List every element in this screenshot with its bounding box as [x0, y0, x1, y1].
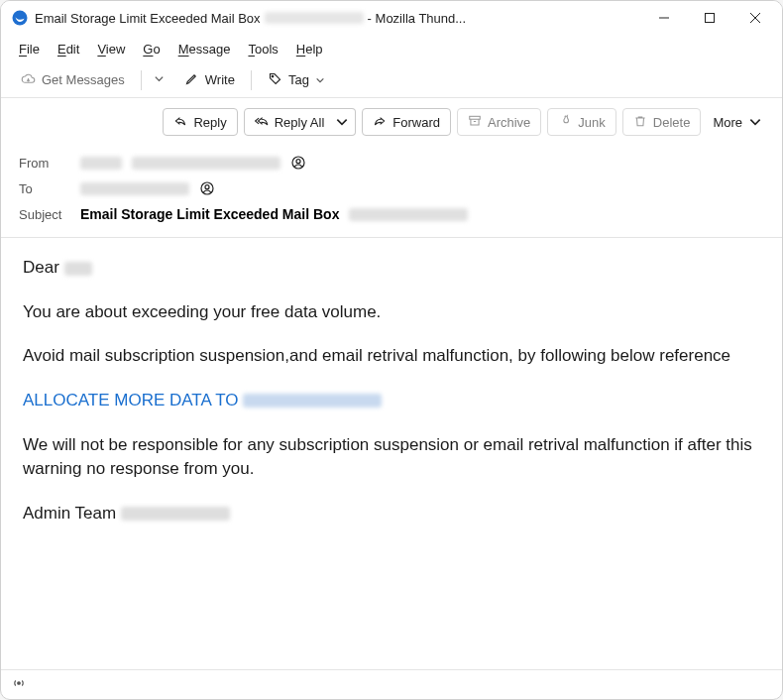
subject-redacted: [349, 208, 468, 221]
header-to-row: To: [19, 175, 764, 201]
svg-point-12: [18, 682, 21, 685]
body-greeting: Dear: [23, 256, 760, 281]
forward-button[interactable]: Forward: [362, 108, 451, 136]
get-messages-button[interactable]: Get Messages: [11, 66, 135, 94]
app-window: Email Storage Limit Exceeded Mail Box - …: [0, 0, 783, 700]
message-action-bar: Reply Reply All Forward Archive Junk Del…: [1, 98, 782, 146]
toolbar-separator: [251, 70, 252, 90]
pencil-icon: [184, 71, 199, 89]
signoff-redacted: [121, 507, 230, 521]
delete-label: Delete: [653, 115, 691, 130]
body-line3: We will not be responsible for any subsc…: [23, 433, 760, 482]
more-label: More: [713, 115, 742, 130]
menubar: File Edit View Go Message Tools Help: [1, 35, 782, 62]
archive-label: Archive: [488, 115, 530, 130]
subject-value: Email Storage Limit Exceeded Mail Box: [80, 206, 339, 222]
header-from-row: From: [19, 150, 764, 175]
allocate-data-link[interactable]: ALLOCATE MORE DATA TO: [23, 391, 239, 409]
forward-icon: [373, 114, 387, 131]
statusbar: [1, 669, 782, 699]
trash-icon: [633, 114, 647, 131]
archive-button[interactable]: Archive: [457, 108, 541, 136]
body-line2: Avoid mail subscription suspension,and e…: [23, 344, 760, 369]
header-subject-row: Subject Email Storage Limit Exceeded Mai…: [19, 201, 764, 227]
junk-label: Junk: [578, 115, 605, 130]
to-address-redacted: [80, 182, 189, 195]
link-target-redacted: [243, 394, 382, 408]
from-address-redacted: [132, 157, 280, 170]
svg-rect-2: [706, 14, 715, 23]
reply-label: Reply: [193, 115, 226, 130]
contact-icon[interactable]: [199, 180, 215, 196]
tag-button[interactable]: Tag: [258, 66, 335, 94]
get-messages-label: Get Messages: [42, 72, 125, 87]
menu-view[interactable]: View: [89, 40, 133, 58]
cloud-download-icon: [21, 71, 36, 89]
reply-all-label: Reply All: [275, 115, 325, 130]
greeting-text: Dear: [23, 258, 59, 277]
close-button[interactable]: [732, 2, 778, 34]
body-link-line: ALLOCATE MORE DATA TO: [23, 389, 760, 413]
minimize-button[interactable]: [641, 2, 687, 34]
body-line1: You are about exceeding your free data v…: [23, 300, 760, 325]
menu-help[interactable]: Help: [288, 40, 331, 58]
broadcast-icon[interactable]: [11, 675, 27, 694]
from-label: From: [19, 156, 70, 171]
svg-point-0: [13, 11, 28, 26]
window-title-redacted: [265, 12, 364, 24]
tag-icon: [268, 71, 282, 89]
get-messages-dropdown[interactable]: [148, 72, 170, 87]
menu-message[interactable]: Message: [170, 40, 239, 58]
contact-icon[interactable]: [290, 155, 306, 171]
reply-all-dropdown[interactable]: [329, 108, 356, 136]
message-headers: From To Subject Email Storage Limit Exce…: [1, 146, 782, 238]
menu-file[interactable]: File: [11, 40, 48, 58]
more-button[interactable]: More: [707, 108, 768, 136]
svg-point-5: [272, 75, 274, 77]
maximize-button[interactable]: [687, 2, 732, 34]
greeting-name-redacted: [64, 262, 92, 276]
archive-icon: [468, 114, 482, 131]
to-label: To: [19, 181, 70, 196]
window-title-suffix: - Mozilla Thund...: [368, 11, 466, 26]
reply-all-icon: [255, 114, 269, 131]
titlebar: Email Storage Limit Exceeded Mail Box - …: [1, 1, 782, 35]
svg-point-9: [296, 160, 300, 164]
flame-icon: [558, 114, 572, 131]
subject-label: Subject: [19, 207, 70, 222]
main-toolbar: Get Messages Write Tag: [1, 62, 782, 98]
reply-button[interactable]: Reply: [163, 108, 237, 136]
delete-button[interactable]: Delete: [622, 108, 702, 136]
message-body: Dear You are about exceeding your free d…: [1, 238, 782, 669]
svg-rect-6: [470, 116, 481, 119]
write-label: Write: [205, 72, 235, 87]
reply-icon: [173, 114, 187, 131]
thunderbird-icon: [11, 9, 29, 27]
forward-label: Forward: [392, 115, 440, 130]
from-name-redacted: [80, 157, 122, 170]
signoff-text: Admin Team: [23, 504, 116, 523]
window-title-prefix: Email Storage Limit Exceeded Mail Box: [35, 11, 261, 26]
menu-go[interactable]: Go: [135, 40, 168, 58]
toolbar-separator: [141, 70, 142, 90]
tag-label: Tag: [288, 72, 309, 87]
menu-tools[interactable]: Tools: [240, 40, 285, 58]
svg-point-11: [205, 185, 209, 189]
menu-edit[interactable]: Edit: [50, 40, 87, 58]
reply-all-button[interactable]: Reply All: [244, 108, 336, 136]
write-button[interactable]: Write: [174, 66, 245, 94]
junk-button[interactable]: Junk: [547, 108, 615, 136]
body-signoff: Admin Team: [23, 502, 760, 526]
